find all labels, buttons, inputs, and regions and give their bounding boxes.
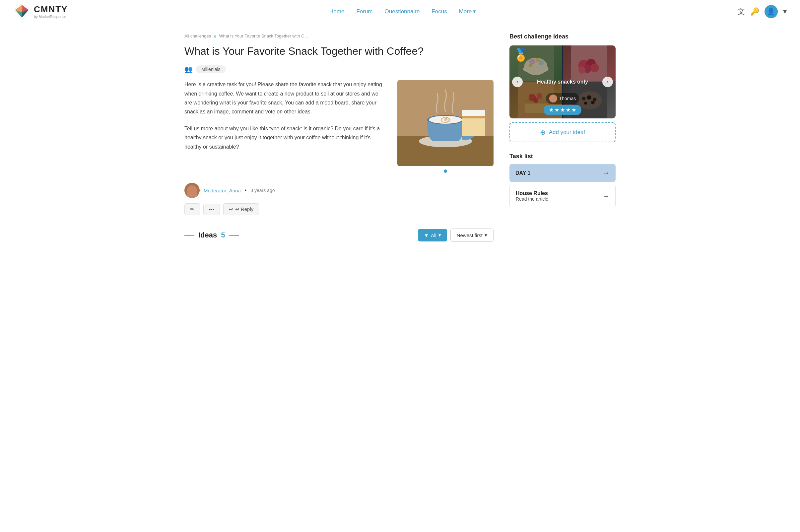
task-house-rules-sub: Read the article bbox=[516, 196, 548, 202]
breadcrumb-current: What is Your Favorite Snack Together wit… bbox=[219, 34, 308, 38]
site-header: CMNTY by MarketResponse Home Forum Quest… bbox=[0, 0, 800, 23]
content-paragraph-1: Here is a creative task for you! Please … bbox=[185, 80, 387, 116]
image-dots bbox=[397, 170, 494, 173]
content-paragraph-2: Tell us more about why you like this typ… bbox=[185, 124, 387, 151]
user-name: Thomas bbox=[559, 96, 576, 101]
content-image bbox=[397, 80, 494, 166]
task-list-section: Task list DAY 1 → House Rules Read the a… bbox=[510, 153, 615, 207]
nav-more-label: More bbox=[459, 8, 472, 15]
sidebar: Best challenge ideas bbox=[510, 33, 615, 248]
svg-rect-13 bbox=[462, 110, 485, 116]
star-4: ★ bbox=[566, 107, 570, 113]
ideas-controls: ▼ All ▾ Newest first ▾ bbox=[418, 229, 494, 242]
task-list-title: Task list bbox=[510, 153, 615, 160]
svg-rect-14 bbox=[462, 116, 485, 118]
task-day1-label: DAY 1 bbox=[515, 170, 530, 176]
filter-chevron: ▾ bbox=[438, 232, 441, 238]
page-content: All challenges » What is Your Favorite S… bbox=[171, 23, 629, 259]
ideas-count: 5 bbox=[221, 231, 225, 240]
user-icon: 👤 bbox=[767, 7, 775, 16]
filter-label: All bbox=[431, 232, 437, 238]
main-column: All challenges » What is Your Favorite S… bbox=[185, 33, 494, 248]
ideas-header: Ideas 5 ▼ All ▾ Newest first ▾ bbox=[185, 229, 494, 242]
nav-questionnaire[interactable]: Questionnaire bbox=[385, 8, 420, 15]
search-icon: 🔑 bbox=[750, 7, 759, 16]
task-house-rules-text: House Rules Read the article bbox=[516, 190, 548, 202]
ideas-line-right bbox=[229, 235, 239, 235]
nav-forum[interactable]: Forum bbox=[356, 8, 373, 15]
user-menu-button[interactable]: ▾ bbox=[783, 7, 787, 16]
breadcrumb: All challenges » What is Your Favorite S… bbox=[185, 33, 494, 39]
edit-button[interactable]: ✏ bbox=[185, 203, 200, 215]
chevron-down-icon: ▾ bbox=[783, 7, 787, 16]
author-separator: • bbox=[245, 187, 247, 193]
chevron-down-icon: ▾ bbox=[473, 8, 476, 15]
task-day1-arrow: → bbox=[603, 169, 610, 177]
add-idea-button[interactable]: ⊕ Add your idea! bbox=[510, 122, 615, 142]
arrow-right-icon: › bbox=[607, 79, 608, 85]
star-2: ★ bbox=[555, 107, 559, 113]
nav-focus[interactable]: Focus bbox=[432, 8, 447, 15]
translate-button[interactable]: 文 bbox=[738, 7, 745, 17]
reply-button[interactable]: ↩ ↩ Reply bbox=[223, 203, 259, 215]
svg-point-41 bbox=[552, 96, 555, 99]
edit-icon: ✏ bbox=[190, 206, 194, 212]
logo-area[interactable]: CMNTY by MarketResponse bbox=[13, 3, 68, 20]
logo-text: CMNTY by MarketResponse bbox=[34, 4, 68, 19]
challenge-carousel: 🏅 Healthy snacks only Thomas ★ bbox=[510, 45, 615, 118]
dot-active bbox=[444, 170, 447, 173]
arrow-left-icon: ‹ bbox=[516, 79, 518, 85]
audience-row: 👥 Millenials bbox=[185, 65, 494, 73]
sort-button[interactable]: Newest first ▾ bbox=[451, 229, 494, 242]
header-icons: 文 🔑 👤 ▾ bbox=[738, 5, 787, 18]
nav-more-dropdown[interactable]: More ▾ bbox=[459, 8, 476, 15]
author-time: 3 years ago bbox=[250, 188, 274, 193]
filter-button[interactable]: ▼ All ▾ bbox=[418, 229, 447, 242]
content-image-wrap bbox=[397, 80, 494, 173]
award-icon: 🏅 bbox=[513, 48, 528, 62]
audience-tag[interactable]: Millenials bbox=[196, 65, 226, 73]
challenge-ideas-title: Best challenge ideas bbox=[510, 33, 615, 40]
star-1: ★ bbox=[549, 107, 554, 113]
page-title: What is Your Favorite Snack Together wit… bbox=[185, 45, 494, 57]
audience-icon: 👥 bbox=[185, 65, 193, 73]
reply-label: ↩ Reply bbox=[235, 206, 254, 212]
breadcrumb-separator: » bbox=[214, 33, 216, 39]
add-idea-label: Add your idea! bbox=[549, 129, 585, 136]
svg-point-11 bbox=[444, 118, 447, 121]
action-buttons: ✏ ••• ↩ ↩ Reply bbox=[185, 203, 494, 215]
sort-label: Newest first bbox=[457, 232, 482, 238]
task-item-house-rules[interactable]: House Rules Read the article → bbox=[510, 185, 615, 207]
carousel-prev-button[interactable]: ‹ bbox=[512, 77, 523, 87]
task-item-day1[interactable]: DAY 1 → bbox=[510, 164, 615, 182]
challenge-ideas-section: Best challenge ideas bbox=[510, 33, 615, 142]
carousel-overlay: 🏅 Healthy snacks only Thomas ★ bbox=[510, 45, 615, 118]
logo-cmnty-text: CMNTY bbox=[34, 4, 68, 15]
task-house-rules-label: House Rules bbox=[516, 190, 548, 196]
add-icon: ⊕ bbox=[540, 128, 546, 136]
more-button[interactable]: ••• bbox=[203, 204, 220, 215]
sort-chevron: ▾ bbox=[484, 232, 487, 238]
breadcrumb-all-challenges[interactable]: All challenges bbox=[185, 34, 211, 38]
nav-home[interactable]: Home bbox=[329, 8, 344, 15]
logo-icon bbox=[13, 3, 31, 20]
content-text: Here is a creative task for you! Please … bbox=[185, 80, 387, 173]
stars-badge: ★ ★ ★ ★ ★ bbox=[544, 105, 582, 115]
challenge-label: Healthy snacks only bbox=[537, 79, 588, 85]
user-avatar-button[interactable]: 👤 bbox=[764, 5, 778, 18]
coffee-image-svg bbox=[397, 80, 494, 166]
translate-icon: 文 bbox=[738, 7, 745, 17]
content-area: Here is a creative task for you! Please … bbox=[185, 80, 494, 173]
author-name[interactable]: Moderator_Anna bbox=[204, 188, 241, 193]
more-icon: ••• bbox=[209, 207, 214, 212]
main-nav: Home Forum Questionnaire Focus More ▾ bbox=[329, 8, 476, 15]
reply-icon: ↩ bbox=[229, 206, 233, 212]
carousel-next-button[interactable]: › bbox=[602, 77, 613, 87]
search-button[interactable]: 🔑 bbox=[750, 7, 759, 16]
ideas-label: Ideas bbox=[198, 231, 217, 240]
star-5: ★ bbox=[571, 107, 576, 113]
task-house-rules-arrow: → bbox=[603, 192, 609, 200]
user-pill: Thomas bbox=[546, 93, 579, 104]
user-pill-avatar bbox=[549, 95, 557, 102]
star-3: ★ bbox=[560, 107, 565, 113]
